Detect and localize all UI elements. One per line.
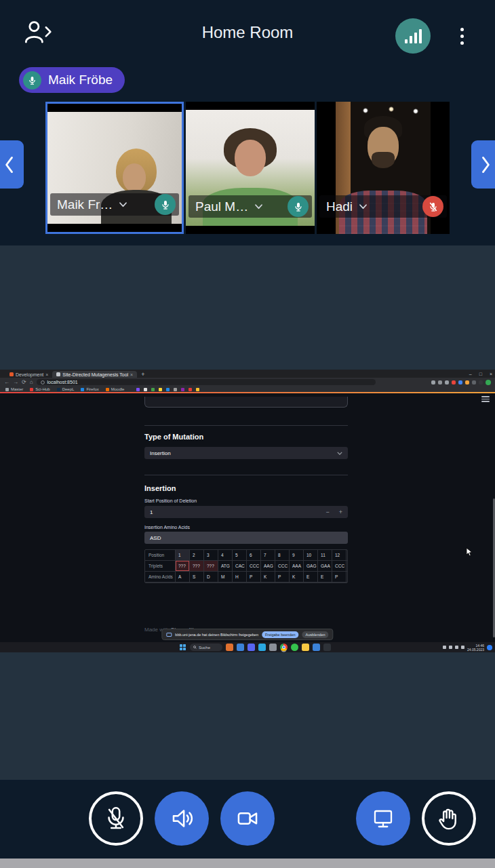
reload-icon: ⟳ [22, 380, 26, 385]
home-icon: ⌂ [30, 380, 33, 385]
browser-profile-avatar [486, 380, 491, 385]
screen-share-view[interactable]: Development × Site-Directed Mutagenesis … [0, 245, 495, 780]
system-tray: 14:46 24.05.2023 [443, 644, 492, 652]
taskbar-app-icon [258, 644, 266, 651]
video-tile-hadi[interactable]: Hadi [317, 102, 450, 234]
raise-hand-button[interactable] [422, 791, 476, 846]
browser-tab-development: Development × [5, 371, 52, 378]
monitor-icon [368, 803, 399, 834]
bookmark-item: Firefox [81, 387, 98, 391]
participant-name: Maik Fr… [57, 197, 113, 212]
taskbar-app-icon [237, 644, 244, 651]
shared-desktop: Development × Site-Directed Mutagenesis … [0, 370, 495, 652]
taskbar-app-icon [313, 644, 320, 651]
cropped-text-input [144, 397, 348, 408]
hand-icon [433, 803, 464, 834]
chevron-down-icon [119, 201, 127, 208]
taskbar-search: Suche [190, 644, 222, 651]
video-tile-paul[interactable]: Paul M… [186, 102, 315, 234]
tray-icon [461, 646, 464, 649]
meeting-screen: Home Room Maik Fröbe [0, 0, 495, 868]
table-row-amino-acids: Amino Acids A S D M H P K P K E E P P [145, 572, 347, 583]
video-tile-maik[interactable]: Maik Fr… [45, 102, 184, 234]
notification-icon [487, 645, 492, 650]
extension-icon [465, 380, 469, 384]
triplet-table: Position 1 2 3 4 5 6 7 8 9 10 11 12 13 [144, 549, 348, 583]
windows-taskbar: Suche [0, 642, 495, 652]
extension-icon [438, 380, 442, 384]
signal-bars-icon [404, 28, 422, 44]
camera-button[interactable] [220, 791, 275, 846]
start-position-input: 1 − + [144, 506, 348, 518]
select-value: Insertion [150, 450, 171, 456]
browser-toolbar: ← → ⟳ ⌂ localhost:8501 [0, 378, 495, 387]
section-title-insertion: Insertion [144, 484, 348, 492]
screen-icon [166, 633, 172, 637]
minus-icon: − [325, 509, 329, 515]
tab-close-icon: × [130, 372, 133, 377]
start-button-icon [180, 644, 186, 651]
taskbar-app-icon [248, 644, 255, 651]
android-gesture-bar[interactable] [0, 859, 495, 868]
tab-favicon [9, 372, 14, 376]
hamburger-menu-icon [481, 396, 490, 402]
mutation-type-select: Insertion [144, 447, 348, 459]
extension-icon [479, 380, 483, 384]
bookmark-item: Sci-Hub [30, 387, 50, 391]
table-row-position: Position 1 2 3 4 5 6 7 8 9 10 11 12 13 [145, 550, 347, 561]
extension-icon [431, 380, 435, 384]
stop-sharing-button: Freigabe beenden [262, 631, 299, 638]
taskbar-app-icon [323, 644, 331, 651]
site-info-icon [41, 380, 45, 384]
browser-tab-mutagenesis: Site-Directed Mutagenesis Tool × [52, 371, 137, 378]
streamlit-page: Type of Mutation Insertion Insertion Sta… [0, 393, 495, 642]
talking-indicator: Maik Fröbe [19, 67, 125, 93]
talking-mic-icon [23, 71, 41, 90]
connection-status-button[interactable] [395, 18, 431, 54]
extension-icon [445, 380, 449, 384]
mic-on-badge [288, 196, 309, 217]
tray-icon [443, 646, 446, 649]
new-tab-icon: + [141, 371, 144, 378]
screen-share-button[interactable] [356, 791, 410, 846]
divider [144, 475, 348, 475]
hide-button: Ausblenden [302, 631, 329, 638]
header: Home Room [0, 0, 495, 65]
minimize-icon: – [469, 372, 472, 376]
taskbar-clock: 14:46 24.05.2023 [467, 644, 484, 652]
talking-name: Maik Fröbe [48, 73, 113, 87]
taskbar-center: Suche [180, 644, 331, 651]
input-value: ASD [150, 535, 161, 541]
search-icon [193, 646, 197, 649]
amino-acids-input: ASD [144, 532, 348, 544]
maximize-icon: □ [479, 372, 482, 376]
taskbar-app-icon [269, 644, 277, 651]
share-message: bbb.uni-jena.de hat deinen Bildschirm fr… [175, 633, 258, 637]
forward-icon: → [13, 380, 18, 385]
mic-slash-icon [100, 803, 132, 834]
tab-favicon [56, 372, 60, 376]
bookmark-icons [136, 388, 199, 391]
video-strip: Maik Fr… Paul M… [0, 102, 495, 234]
microphone-muted-button[interactable] [89, 791, 143, 846]
url-text: localhost:8501 [47, 380, 78, 384]
scroll-videos-right-button[interactable] [471, 140, 495, 189]
scroll-videos-left-button[interactable] [0, 140, 24, 189]
speaker-button[interactable] [155, 791, 209, 846]
camera-icon [232, 803, 263, 834]
folder-icon [302, 644, 309, 651]
close-icon: × [490, 372, 492, 376]
bookmark-item: DeepL [57, 387, 75, 391]
more-options-button[interactable] [453, 22, 471, 50]
extension-icon [452, 380, 456, 384]
input-value: 1 [150, 509, 153, 515]
bookmark-item: Moodle [106, 387, 125, 391]
chevron-right-icon [477, 155, 494, 175]
plus-icon: + [339, 509, 342, 515]
address-bar: localhost:8501 [37, 379, 376, 385]
chevron-down-icon [359, 203, 368, 210]
extension-icon [458, 380, 462, 384]
bookmark-item: Master [5, 387, 23, 391]
participant-name: Paul M… [195, 199, 248, 214]
bookmarks-bar: Master Sci-Hub DeepL Firefox Moodle [0, 387, 495, 392]
